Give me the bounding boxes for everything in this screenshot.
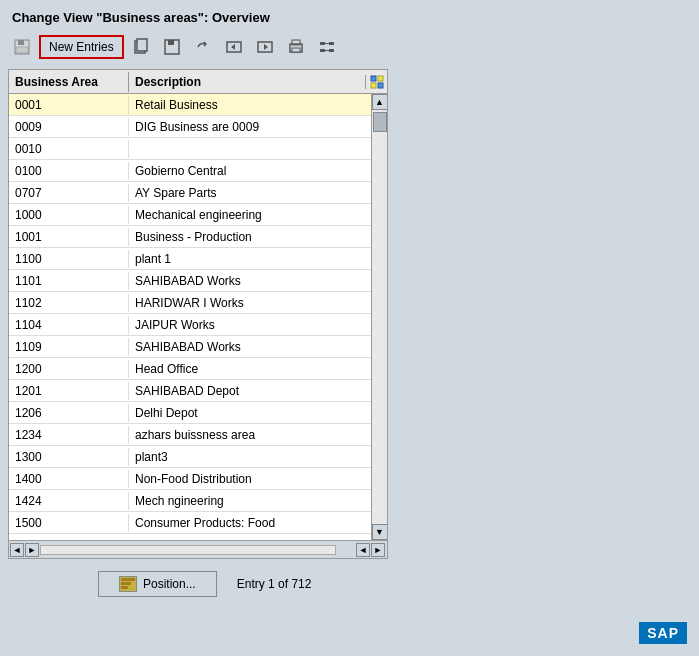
cell-business-area: 1234 — [9, 426, 129, 444]
table-row[interactable]: 1300plant3 — [9, 446, 371, 468]
svg-rect-4 — [137, 39, 147, 51]
cell-business-area: 1206 — [9, 404, 129, 422]
print-icon-btn[interactable] — [282, 35, 310, 59]
cell-business-area: 1500 — [9, 514, 129, 532]
cell-description: Mech ngineering — [129, 492, 371, 510]
cell-description: plant3 — [129, 448, 371, 466]
cell-description: Mechanical engineering — [129, 206, 371, 224]
cell-business-area: 1200 — [9, 360, 129, 378]
cell-business-area: 1000 — [9, 206, 129, 224]
table-row[interactable]: 1001Business - Production — [9, 226, 371, 248]
table-row[interactable]: 0010 — [9, 138, 371, 160]
settings-icon-btn[interactable] — [313, 35, 341, 59]
back-icon-btn[interactable] — [220, 35, 248, 59]
toolbar: New Entries — [8, 33, 691, 61]
hscroll-end-right-btn[interactable]: ► — [371, 543, 385, 557]
svg-rect-2 — [16, 47, 28, 53]
svg-rect-1 — [18, 40, 24, 45]
copy-icon-btn[interactable] — [127, 35, 155, 59]
cell-description: Non-Food Distribution — [129, 470, 371, 488]
position-button[interactable]: Position... — [98, 571, 217, 597]
cell-description: Head Office — [129, 360, 371, 378]
cell-business-area: 1102 — [9, 294, 129, 312]
table-row[interactable]: 0001Retail Business — [9, 94, 371, 116]
table-row[interactable]: 1200Head Office — [9, 358, 371, 380]
cell-business-area: 1424 — [9, 492, 129, 510]
svg-rect-24 — [121, 586, 128, 589]
cell-business-area: 1201 — [9, 382, 129, 400]
save2-icon-btn[interactable] — [158, 35, 186, 59]
svg-rect-6 — [168, 40, 174, 45]
forward-icon-btn[interactable] — [251, 35, 279, 59]
new-entries-button[interactable]: New Entries — [39, 35, 124, 59]
main-content: Business Area Description 0001Retail Bus… — [8, 69, 691, 648]
cell-business-area: 0009 — [9, 118, 129, 136]
table-row[interactable]: 1234azhars buissness area — [9, 424, 371, 446]
cell-description: AY Spare Parts — [129, 184, 371, 202]
svg-rect-23 — [121, 582, 131, 585]
col-icon-btn[interactable] — [365, 75, 387, 89]
cell-description: SAHIBABAD Works — [129, 272, 371, 290]
cell-description: plant 1 — [129, 250, 371, 268]
hscroll-track[interactable] — [40, 545, 336, 555]
cell-business-area: 0100 — [9, 162, 129, 180]
cell-business-area: 1001 — [9, 228, 129, 246]
table-row[interactable]: 1400Non-Food Distribution — [9, 468, 371, 490]
cell-business-area: 0001 — [9, 96, 129, 114]
cell-business-area: 0010 — [9, 140, 129, 158]
table-row[interactable]: 1206Delhi Depot — [9, 402, 371, 424]
bottom-bar: Position... Entry 1 of 712 — [8, 571, 311, 597]
svg-rect-20 — [371, 83, 376, 88]
table-row[interactable]: 1000Mechanical engineering — [9, 204, 371, 226]
table-row[interactable]: 0707AY Spare Parts — [9, 182, 371, 204]
svg-rect-18 — [371, 76, 376, 81]
cell-description: Delhi Depot — [129, 404, 371, 422]
cell-business-area: 1300 — [9, 448, 129, 466]
scroll-track[interactable] — [372, 110, 388, 524]
table-row[interactable]: 1109SAHIBABAD Works — [9, 336, 371, 358]
scroll-down-btn[interactable]: ▼ — [372, 524, 388, 540]
cell-business-area: 1400 — [9, 470, 129, 488]
cell-description: SAHIBABAD Works — [129, 338, 371, 356]
cell-business-area: 1104 — [9, 316, 129, 334]
hscroll-left-btn[interactable]: ◄ — [10, 543, 24, 557]
table-row[interactable]: 1102HARIDWAR I Works — [9, 292, 371, 314]
sap-logo: SAP — [639, 622, 687, 644]
table-row[interactable]: 1201SAHIBABAD Depot — [9, 380, 371, 402]
table-rows: 0001Retail Business0009DIG Business are … — [9, 94, 371, 540]
horizontal-scroll[interactable]: ◄ ► — [9, 542, 337, 558]
position-label: Position... — [143, 577, 196, 591]
table-header: Business Area Description — [9, 70, 387, 94]
position-icon — [119, 576, 137, 592]
cell-description: HARIDWAR I Works — [129, 294, 371, 312]
table-row[interactable]: 1500Consumer Products: Food — [9, 512, 371, 534]
svg-rect-22 — [121, 578, 135, 581]
table-row[interactable]: 1104JAIPUR Works — [9, 314, 371, 336]
scroll-thumb[interactable] — [373, 112, 387, 132]
cell-description: Gobierno Central — [129, 162, 371, 180]
table-row[interactable]: 0009DIG Business are 0009 — [9, 116, 371, 138]
cell-description — [129, 147, 371, 151]
undo-icon-btn[interactable] — [189, 35, 217, 59]
table-row[interactable]: 0100Gobierno Central — [9, 160, 371, 182]
hscroll-right-btn[interactable]: ► — [25, 543, 39, 557]
cell-description: DIG Business are 0009 — [129, 118, 371, 136]
cell-description: SAHIBABAD Depot — [129, 382, 371, 400]
save-icon-btn[interactable] — [8, 35, 36, 59]
col-header-business-area: Business Area — [9, 72, 129, 92]
hscroll-end-left-btn[interactable]: ◄ — [356, 543, 370, 557]
svg-rect-11 — [292, 48, 300, 52]
svg-rect-19 — [378, 76, 383, 81]
svg-rect-15 — [329, 49, 334, 52]
cell-description: Retail Business — [129, 96, 371, 114]
scroll-up-btn[interactable]: ▲ — [372, 94, 388, 110]
table-row[interactable]: 1101SAHIBABAD Works — [9, 270, 371, 292]
table-row[interactable]: 1424Mech ngineering — [9, 490, 371, 512]
vertical-scrollbar[interactable]: ▲ ▼ — [371, 94, 387, 540]
hscroll-right-section: ◄ ► — [337, 543, 387, 557]
svg-rect-12 — [320, 42, 325, 45]
cell-business-area: 0707 — [9, 184, 129, 202]
table-row[interactable]: 1100plant 1 — [9, 248, 371, 270]
cell-description: Business - Production — [129, 228, 371, 246]
cell-business-area: 1109 — [9, 338, 129, 356]
